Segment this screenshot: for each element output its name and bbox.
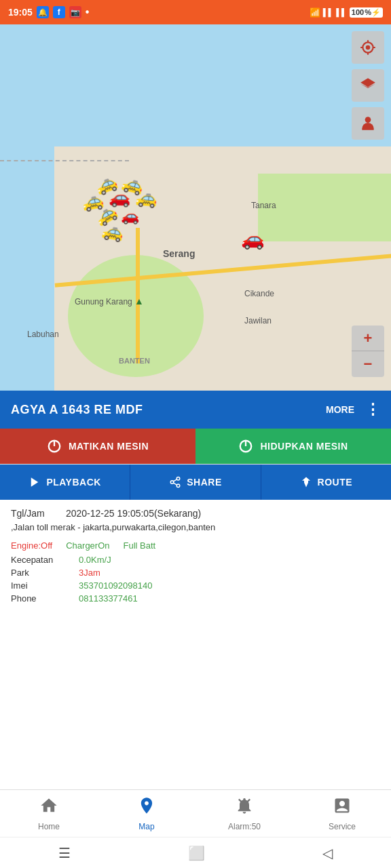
- service-label: Service: [329, 822, 356, 831]
- engine-off-button[interactable]: MATIKAN MESIN: [0, 429, 196, 464]
- route-button[interactable]: ROUTE: [261, 465, 391, 500]
- phone-value: 081133377461: [79, 593, 380, 604]
- svg-point-12: [176, 484, 180, 488]
- bottom-panel: AGYA A 1643 RE MDF MORE ⋮ MATIKAN MESIN …: [0, 391, 391, 688]
- home-label: Home: [38, 822, 60, 831]
- notification-icon: 🔔: [37, 6, 49, 18]
- layers-button[interactable]: [352, 69, 384, 102]
- label-serang: Serang: [163, 248, 195, 259]
- map-zoom-controls: + −: [352, 326, 384, 377]
- alarm-label: Alarm:50: [228, 822, 261, 831]
- power-off-icon: [47, 439, 62, 454]
- system-nav: ☰ ⬜ ◁: [0, 837, 391, 868]
- wifi-icon: 📶: [310, 7, 320, 18]
- map-area[interactable]: Tanara Gunung Karang ▲ Labuhan BANTEN Se…: [0, 24, 391, 391]
- datetime-row: Tgl/Jam 2020-12-25 19:05:05(Sekarang): [11, 508, 380, 519]
- play-icon: [29, 476, 41, 488]
- status-time: 19:05: [8, 7, 33, 18]
- svg-marker-2: [360, 78, 375, 87]
- signal2-icon: ▌▌: [336, 8, 347, 16]
- car-single-green: 🚗: [241, 228, 265, 250]
- car-yellow-4: 🚕: [135, 186, 159, 210]
- power-on-icon: [238, 439, 253, 454]
- route-line: [0, 160, 129, 161]
- label-labuhan: Labuhan: [27, 330, 59, 339]
- svg-marker-9: [31, 477, 39, 487]
- svg-line-16: [248, 799, 250, 802]
- svg-point-11: [170, 481, 174, 484]
- label-tanara: Tanara: [251, 201, 276, 210]
- share-icon: [169, 476, 181, 488]
- vehicle-title: AGYA A 1643 RE MDF: [11, 403, 143, 417]
- nav-spacer: [0, 609, 391, 688]
- home-button[interactable]: ⬜: [188, 845, 205, 861]
- facebook-icon: f: [53, 6, 65, 18]
- svg-line-15: [239, 799, 242, 802]
- map-label: Map: [138, 822, 154, 831]
- nav-alarm[interactable]: Alarm:50: [196, 790, 293, 837]
- alarm-icon: [235, 796, 254, 819]
- label-gunung-karang: Gunung Karang ▲: [75, 296, 144, 307]
- kecepatan-value: 0.0Km/J: [79, 555, 380, 565]
- status-bar: 19:05 🔔 f 📷 • 📶 ▌▌ ▌▌ 100%⚡: [0, 0, 391, 24]
- battery-icon: 100%⚡: [350, 7, 383, 18]
- mountain-icon: ▲: [134, 296, 144, 307]
- engine-status: Engine:Off: [11, 540, 52, 551]
- phone-label: Phone: [11, 593, 79, 604]
- details-grid: Kecepatan 0.0Km/J Park 3Jam Imei 3537010…: [11, 555, 380, 604]
- share-button[interactable]: SHARE: [130, 465, 261, 500]
- nav-home[interactable]: Home: [0, 790, 98, 837]
- status-bar-right: 📶 ▌▌ ▌▌ 100%⚡: [310, 7, 383, 18]
- park-label: Park: [11, 568, 79, 578]
- more-button[interactable]: MORE: [326, 404, 354, 415]
- svg-line-14: [174, 479, 177, 481]
- map-controls: [352, 31, 384, 140]
- datetime-label: Tgl/Jam: [11, 508, 45, 519]
- dots-menu-button[interactable]: ⋮: [365, 401, 380, 418]
- dot-icon: •: [86, 6, 90, 18]
- map-nav-icon: [137, 796, 156, 819]
- engine-buttons: MATIKAN MESIN HIDUPKAN MESIN: [0, 429, 391, 464]
- car-yellow-6: 🚕: [100, 219, 126, 243]
- signal-icon: ▌▌: [323, 8, 334, 16]
- charger-status: ChargerOn: [66, 540, 109, 551]
- menu-button[interactable]: ☰: [58, 845, 71, 861]
- green-area2: [258, 174, 391, 241]
- locate-button[interactable]: [352, 31, 384, 64]
- imei-value: 353701092098140: [79, 580, 380, 591]
- status-row: Engine:Off ChargerOn Full Batt: [11, 540, 380, 551]
- back-button[interactable]: ◁: [322, 845, 333, 861]
- svg-point-10: [176, 477, 180, 481]
- playback-button[interactable]: PLAYBACK: [0, 465, 130, 500]
- header-actions: MORE ⋮: [326, 401, 380, 418]
- bottom-navigation: Home Map Alarm:50 Service: [0, 789, 391, 837]
- status-bar-left: 19:05 🔔 f 📷 •: [8, 6, 89, 18]
- home-icon: [39, 796, 58, 819]
- nav-map[interactable]: Map: [98, 790, 196, 837]
- info-section: Tgl/Jam 2020-12-25 19:05:05(Sekarang) ,J…: [0, 500, 391, 609]
- imei-label: Imei: [11, 580, 79, 591]
- service-icon: [333, 796, 352, 819]
- park-value: 3Jam: [79, 568, 380, 578]
- address-text: ,Jalan toll merak - jakarta,purwakarta,c…: [11, 521, 380, 534]
- kecepatan-label: Kecepatan: [11, 555, 79, 565]
- route-icon: [300, 476, 312, 488]
- label-banten: BANTEN: [119, 357, 150, 365]
- person-button[interactable]: [352, 107, 384, 140]
- label-jawilan: Jawilan: [244, 316, 272, 326]
- vehicle-header: AGYA A 1643 RE MDF MORE ⋮: [0, 391, 391, 429]
- nav-service[interactable]: Service: [293, 790, 391, 837]
- label-cikande: Cikande: [244, 289, 274, 298]
- svg-point-4: [365, 117, 371, 123]
- battery-status: Full Batt: [124, 540, 156, 551]
- svg-line-13: [174, 483, 177, 485]
- camera-icon: 📷: [69, 6, 81, 18]
- svg-point-0: [366, 45, 371, 50]
- zoom-out-button[interactable]: −: [352, 351, 384, 377]
- zoom-in-button[interactable]: +: [352, 326, 384, 351]
- engine-on-button[interactable]: HIDUPKAN MESIN: [196, 429, 391, 464]
- secondary-buttons: PLAYBACK SHARE ROUTE: [0, 464, 391, 500]
- datetime-value: 2020-12-25 19:05:05(Sekarang): [66, 508, 201, 519]
